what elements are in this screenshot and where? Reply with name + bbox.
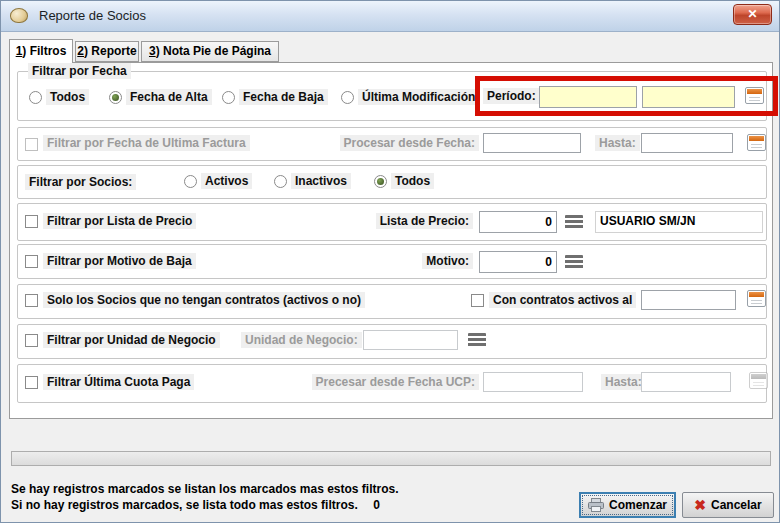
- cancelar-button-label: Cancelar: [711, 498, 762, 512]
- checkbox-con-contratos-activos[interactable]: [471, 294, 484, 307]
- radio-fecha-de-baja-label[interactable]: Fecha de Baja: [239, 89, 328, 105]
- radio-fecha-de-alta[interactable]: [109, 91, 122, 104]
- factura-calendar-icon[interactable]: [747, 134, 766, 151]
- tab-filtros[interactable]: 1) Filtros: [9, 39, 73, 63]
- close-icon: ✕: [747, 7, 757, 21]
- checkbox-motivo-de-baja[interactable]: [25, 255, 38, 268]
- app-icon: [10, 8, 28, 23]
- checkbox-sin-contratos-label[interactable]: Solo los Socios que no tengan contratos …: [43, 292, 365, 308]
- checkbox-con-contratos-activos-label[interactable]: Con contratos activos al: [489, 292, 636, 308]
- progress-bar: [11, 451, 771, 466]
- radio-ultima-modificacion[interactable]: [341, 91, 354, 104]
- tab-nota-pie-de-pagina[interactable]: 3) Nota Pie de Página: [141, 41, 279, 62]
- titlebar[interactable]: Reporte de Socios ✕: [1, 1, 779, 32]
- ucp-hasta-label: Hasta:: [601, 374, 646, 390]
- checkbox-unidad-de-negocio-label[interactable]: Filtrar por Unidad de Negocio: [43, 332, 220, 348]
- row-unidad-de-negocio: Filtrar por Unidad de Negocio Unidad de …: [17, 324, 767, 359]
- cancel-x-icon: ✖: [694, 498, 706, 512]
- printer-icon: [588, 498, 604, 512]
- radio-ultima-modificacion-label[interactable]: Última Modificación: [358, 89, 479, 105]
- radio-fecha-de-baja[interactable]: [222, 91, 235, 104]
- ucp-desde-input[interactable]: [483, 372, 583, 392]
- checkbox-sin-contratos[interactable]: [25, 294, 38, 307]
- tab-reporte[interactable]: 2) Reporte: [75, 41, 139, 62]
- motivo-field-label: Motivo:: [422, 253, 473, 269]
- ucp-calendar-icon[interactable]: [749, 372, 768, 389]
- periodo-desde-input[interactable]: [539, 86, 637, 108]
- procesar-desde-fecha-input[interactable]: [483, 133, 581, 153]
- tab-nota-pie-label: ) Nota Pie de Página: [156, 44, 271, 58]
- radio-activos-label[interactable]: Activos: [201, 173, 252, 189]
- factura-hasta-label: Hasta:: [595, 135, 640, 151]
- footer-line-1: Se hay registros marcados se listan los …: [11, 482, 399, 496]
- contratos-calendar-icon[interactable]: [747, 290, 766, 307]
- tab-nota-pie-digit: 3: [149, 44, 156, 58]
- cancelar-button[interactable]: ✖ Cancelar: [682, 492, 774, 518]
- factura-hasta-input[interactable]: [641, 133, 733, 153]
- radio-activos[interactable]: [184, 175, 197, 188]
- periodo-hasta-input[interactable]: [642, 86, 735, 108]
- checkbox-ultima-factura[interactable]: [25, 138, 38, 151]
- row-motivo-de-baja: Filtrar por Motivo de Baja Motivo:: [17, 244, 767, 279]
- checkbox-unidad-de-negocio[interactable]: [25, 334, 38, 347]
- radio-socios-todos-label[interactable]: Todos: [391, 173, 434, 189]
- unidad-de-negocio-input[interactable]: [363, 330, 458, 350]
- motivo-picker-icon[interactable]: [565, 255, 583, 269]
- lista-de-precio-picker-icon[interactable]: [565, 215, 583, 229]
- tab-reporte-label: ) Reporte: [84, 44, 137, 58]
- lista-de-precio-input[interactable]: [479, 211, 557, 233]
- row-lista-de-precio: Filtrar por Lista de Precio Lista de Pre…: [17, 203, 767, 241]
- tab-filtros-label: ) Filtros: [22, 44, 66, 58]
- checkbox-lista-de-precio[interactable]: [25, 215, 38, 228]
- radio-todos[interactable]: [29, 91, 42, 104]
- periodo-highlight-annotation: Período:: [475, 76, 778, 116]
- row-ultima-factura: Filtrar por Fecha de Ultima Factura Proc…: [17, 127, 767, 161]
- lista-de-precio-descripcion: USUARIO SM/JN: [595, 211, 763, 233]
- footer-line-2-text: Si no hay registros marcados, se lista t…: [11, 498, 358, 512]
- procesar-desde-fecha-label: Procesar desde Fecha:: [340, 135, 479, 151]
- radio-socios-todos[interactable]: [374, 175, 387, 188]
- tab-reporte-digit: 2: [77, 44, 84, 58]
- ucp-hasta-input[interactable]: [641, 372, 731, 392]
- row-ultima-cuota-paga: Filtrar Última Cuota Paga Precesar desde…: [17, 364, 767, 403]
- footer-count: 0: [373, 498, 380, 512]
- contratos-fecha-input[interactable]: [641, 290, 736, 310]
- radio-inactivos[interactable]: [274, 175, 287, 188]
- window-title: Reporte de Socios: [39, 1, 146, 30]
- lista-de-precio-field-label: Lista de Precio:: [376, 213, 473, 229]
- close-button[interactable]: ✕: [733, 4, 772, 25]
- dialog-reporte-de-socios: Reporte de Socios ✕ 1) Filtros 2) Report…: [0, 0, 780, 523]
- radio-fecha-de-alta-label[interactable]: Fecha de Alta: [126, 89, 212, 105]
- radio-inactivos-label[interactable]: Inactivos: [291, 173, 351, 189]
- footer-line-2: Si no hay registros marcados, se lista t…: [11, 498, 380, 512]
- radio-todos-label[interactable]: Todos: [46, 89, 89, 105]
- checkbox-ultima-factura-label[interactable]: Filtrar por Fecha de Ultima Factura: [43, 135, 250, 151]
- checkbox-ultima-cuota-paga-label[interactable]: Filtrar Última Cuota Paga: [43, 374, 194, 390]
- unidad-de-negocio-picker-icon[interactable]: [468, 333, 486, 347]
- comenzar-button[interactable]: Comenzar: [579, 492, 676, 518]
- group-filtrar-por-fecha-legend: Filtrar por Fecha: [28, 63, 131, 79]
- checkbox-lista-de-precio-label[interactable]: Filtrar por Lista de Precio: [43, 213, 196, 229]
- comenzar-button-label: Comenzar: [609, 498, 667, 512]
- periodo-label: Período:: [483, 88, 540, 104]
- row-contratos: Solo los Socios que no tengan contratos …: [17, 284, 767, 319]
- periodo-calendar-icon[interactable]: [745, 87, 764, 104]
- unidad-de-negocio-field-label: Unidad de Negocio:: [241, 332, 362, 348]
- motivo-input[interactable]: [479, 251, 557, 273]
- checkbox-motivo-de-baja-label[interactable]: Filtrar por Motivo de Baja: [43, 253, 196, 269]
- filtrar-por-socios-label: Filtrar por Socios:: [25, 174, 136, 190]
- row-filtrar-por-socios: Filtrar por Socios: Activos Inactivos To…: [17, 165, 767, 199]
- checkbox-ultima-cuota-paga[interactable]: [25, 376, 38, 389]
- ucp-desde-label: Precesar desde Fecha UCP:: [312, 374, 479, 390]
